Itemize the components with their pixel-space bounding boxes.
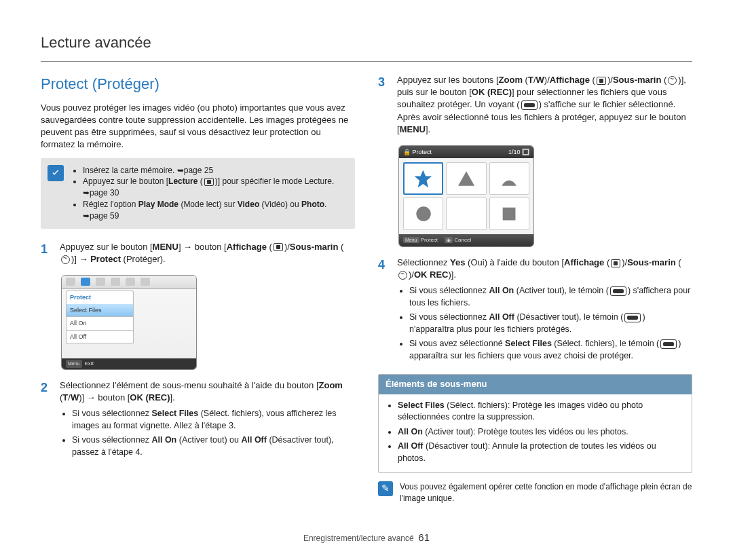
step-number: 2 (41, 379, 53, 461)
screen-topbar: 🔒 Protect 1/10 🔳 (399, 146, 533, 158)
screen-bottombar: Menu Protect ◉ Cancel (399, 234, 533, 246)
step-2: 2 Sélectionnez l'élément de sous-menu so… (41, 379, 355, 461)
menu-item: All Off (66, 331, 134, 344)
page-footer: Enregistrement/lecture avancé 61 (41, 531, 692, 543)
step-body: Sélectionnez Yes (Oui) à l'aide du bouto… (397, 257, 692, 365)
protect-indicator-icon (660, 339, 677, 349)
cancel-button-label: ◉ (445, 237, 453, 243)
check-icon (48, 165, 64, 181)
prereq-item: Insérez la carte mémoire. ➥page 25 (83, 165, 347, 176)
display-icon (611, 259, 620, 267)
divider (41, 61, 692, 62)
list-item: Si vous sélectionnez All Off (Désactiver… (409, 312, 692, 335)
tab-icon (111, 278, 120, 286)
protect-indicator-icon (610, 286, 626, 296)
tab-bar (62, 276, 196, 289)
tip-box: ✎ Vous pouvez également opérer cette fon… (378, 481, 692, 504)
intro-paragraph: Vous pouvez protéger les images vidéo (o… (41, 102, 355, 151)
list-item: Si vous sélectionnez All On (Activer tou… (409, 285, 692, 309)
submenu-header: Éléments de sous-menu (379, 375, 692, 394)
thumbnail (489, 198, 529, 230)
page: Lecture avancée Protect (Protéger) Vous … (0, 0, 733, 557)
step-body: Appuyez sur les boutons [Zoom (T/W)/Affi… (397, 74, 692, 136)
list-item: Si vous avez sélectionné Select Files (S… (409, 338, 692, 362)
display-icon (597, 77, 606, 85)
menu-header: Protect (66, 291, 134, 304)
cancel-label: Cancel (454, 237, 471, 243)
menu-screenshot: Protect Select Files All On All Off Menu… (61, 275, 197, 370)
tab-icon (140, 278, 150, 286)
tab-icon (126, 278, 135, 286)
exit-label: Exit (85, 360, 94, 367)
list-item: All Off (Désactiver tout): Annule la pro… (398, 441, 685, 464)
counter: 1/10 (508, 149, 521, 155)
thumbnail-grid (399, 158, 533, 234)
prerequisite-box: Insérez la carte mémoire. ➥page 25 Appuy… (41, 158, 355, 229)
breadcrumb: Lecture avancée (41, 34, 692, 52)
step-body: Appuyez sur le bouton [MENU] → bouton [A… (60, 241, 355, 265)
list-item: Select Files (Sélect. fichiers): Protège… (398, 400, 685, 424)
submenu-box: Éléments de sous-menu Select Files (Séle… (378, 374, 692, 473)
thumbnail (403, 198, 443, 230)
section-title: Protect (Protéger) (41, 74, 355, 95)
tab-icon (66, 278, 75, 286)
step-number: 1 (41, 241, 53, 265)
step-3: 3 Appuyez sur les boutons [Zoom (T/W)/Af… (378, 74, 692, 136)
note-icon: ✎ (378, 481, 393, 496)
footer-label: Enregistrement/lecture avancé (303, 534, 414, 543)
page-number: 61 (418, 531, 430, 543)
screen-footer: Menu Exit (62, 358, 196, 369)
submenu-body: Select Files (Sélect. fichiers): Protège… (379, 394, 692, 473)
step-number: 3 (378, 74, 390, 136)
menu-item: All On (66, 317, 134, 331)
thumbnail-screenshot: 🔒 Protect 1/10 🔳 Menu Protect ◉ Cancel (398, 145, 534, 247)
play-icon (204, 178, 214, 186)
thumbnail (403, 162, 443, 195)
thumbnail (446, 198, 486, 230)
tab-icon (96, 278, 105, 286)
underwater-icon (61, 255, 70, 264)
two-columns: Protect (Protéger) Vous pouvez protéger … (41, 74, 692, 504)
menu-button-label: Menu (66, 360, 82, 368)
prereq-item: Appuyez sur le bouton [Lecture ()] pour … (83, 176, 347, 199)
step-4: 4 Sélectionnez Yes (Oui) à l'aide du bou… (378, 257, 692, 365)
tip-text: Vous pouvez également opérer cette fonct… (400, 481, 692, 504)
list-item: Si vous sélectionnez Select Files (Sélec… (72, 408, 355, 432)
underwater-icon (668, 76, 677, 85)
thumbnail (446, 162, 486, 195)
display-icon (274, 243, 283, 251)
tab-icon (81, 278, 90, 286)
menu-button-label: Menu (403, 237, 419, 243)
underwater-icon (398, 271, 407, 280)
menu-list: Protect Select Files All On All Off (66, 291, 134, 343)
protect-indicator-icon (521, 100, 538, 110)
right-column: 3 Appuyez sur les boutons [Zoom (T/W)/Af… (378, 74, 692, 504)
thumbnail (489, 162, 529, 195)
list-item: All On (Activer tout): Protège toutes le… (398, 426, 685, 438)
lock-icon: 🔒 (403, 149, 411, 155)
protect-indicator-icon (624, 313, 641, 322)
step-1: 1 Appuyez sur le bouton [MENU] → bouton … (41, 241, 355, 265)
menu-item: Select Files (66, 304, 134, 318)
svg-rect-1 (503, 208, 516, 221)
step-body: Sélectionnez l'élément de sous-menu souh… (60, 379, 355, 461)
step-number: 4 (378, 257, 390, 365)
prereq-item: Réglez l'option Play Mode (Mode lect) su… (83, 199, 347, 222)
protect-label: Protect (421, 237, 438, 243)
svg-point-0 (416, 206, 430, 221)
list-item: Si vous sélectionnez All On (Activer tou… (72, 434, 355, 458)
screen-title: Protect (413, 149, 432, 155)
left-column: Protect (Protéger) Vous pouvez protéger … (41, 74, 355, 504)
